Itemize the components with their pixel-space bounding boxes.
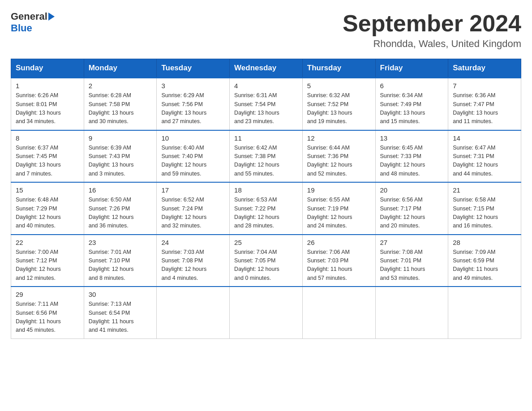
day-number: 29 xyxy=(16,291,79,298)
day-number: 24 xyxy=(161,239,225,246)
col-saturday: Saturday xyxy=(448,59,521,78)
table-row: 9 Sunrise: 6:39 AM Sunset: 7:43 PM Dayli… xyxy=(84,130,157,183)
day-number: 22 xyxy=(16,239,79,246)
logo-blue: Blue xyxy=(11,22,32,34)
logo-general: General xyxy=(11,11,47,22)
day-number: 19 xyxy=(307,186,371,194)
day-number: 18 xyxy=(234,186,298,194)
table-row xyxy=(230,287,303,338)
day-info: Sunrise: 7:06 AM Sunset: 7:03 PM Dayligh… xyxy=(307,248,371,283)
day-info: Sunrise: 6:37 AM Sunset: 7:45 PM Dayligh… xyxy=(16,144,79,179)
day-number: 28 xyxy=(453,239,516,246)
table-row: 23 Sunrise: 7:01 AM Sunset: 7:10 PM Dayl… xyxy=(84,235,157,287)
day-info: Sunrise: 6:29 AM Sunset: 7:56 PM Dayligh… xyxy=(161,91,225,126)
day-number: 27 xyxy=(380,239,444,246)
day-info: Sunrise: 6:42 AM Sunset: 7:38 PM Dayligh… xyxy=(234,144,298,179)
day-info: Sunrise: 7:08 AM Sunset: 7:01 PM Dayligh… xyxy=(380,248,444,283)
day-info: Sunrise: 6:26 AM Sunset: 8:01 PM Dayligh… xyxy=(16,91,79,126)
day-info: Sunrise: 6:47 AM Sunset: 7:31 PM Dayligh… xyxy=(453,144,516,179)
day-info: Sunrise: 6:48 AM Sunset: 7:29 PM Dayligh… xyxy=(16,196,79,231)
table-row: 24 Sunrise: 7:03 AM Sunset: 7:08 PM Dayl… xyxy=(157,235,230,287)
day-number: 3 xyxy=(161,82,225,90)
table-row xyxy=(448,287,521,338)
day-info: Sunrise: 6:58 AM Sunset: 7:15 PM Dayligh… xyxy=(453,196,516,231)
day-number: 12 xyxy=(307,134,371,142)
table-row xyxy=(375,287,448,338)
col-friday: Friday xyxy=(375,59,448,78)
calendar-week-row: 15 Sunrise: 6:48 AM Sunset: 7:29 PM Dayl… xyxy=(11,182,521,235)
day-number: 6 xyxy=(380,82,444,90)
day-info: Sunrise: 7:03 AM Sunset: 7:08 PM Dayligh… xyxy=(161,248,225,283)
day-number: 5 xyxy=(307,82,371,90)
day-info: Sunrise: 7:13 AM Sunset: 6:54 PM Dayligh… xyxy=(89,300,152,335)
day-number: 1 xyxy=(16,82,79,90)
table-row: 5 Sunrise: 6:32 AM Sunset: 7:52 PM Dayli… xyxy=(302,78,375,130)
calendar-week-row: 8 Sunrise: 6:37 AM Sunset: 7:45 PM Dayli… xyxy=(11,130,521,183)
day-number: 23 xyxy=(89,239,152,246)
table-row: 14 Sunrise: 6:47 AM Sunset: 7:31 PM Dayl… xyxy=(448,130,521,183)
day-number: 25 xyxy=(234,239,298,246)
day-info: Sunrise: 6:40 AM Sunset: 7:40 PM Dayligh… xyxy=(161,144,225,179)
calendar-week-row: 1 Sunrise: 6:26 AM Sunset: 8:01 PM Dayli… xyxy=(11,78,521,130)
table-row: 21 Sunrise: 6:58 AM Sunset: 7:15 PM Dayl… xyxy=(448,182,521,235)
table-row: 16 Sunrise: 6:50 AM Sunset: 7:26 PM Dayl… xyxy=(84,182,157,235)
logo: General Blue xyxy=(11,11,55,34)
table-row: 18 Sunrise: 6:53 AM Sunset: 7:22 PM Dayl… xyxy=(230,182,303,235)
table-row: 2 Sunrise: 6:28 AM Sunset: 7:58 PM Dayli… xyxy=(84,78,157,130)
day-number: 4 xyxy=(234,82,298,90)
day-info: Sunrise: 7:04 AM Sunset: 7:05 PM Dayligh… xyxy=(234,248,298,283)
day-number: 11 xyxy=(234,134,298,142)
day-number: 26 xyxy=(307,239,371,246)
col-monday: Monday xyxy=(84,59,157,78)
calendar-week-row: 29 Sunrise: 7:11 AM Sunset: 6:56 PM Dayl… xyxy=(11,287,521,338)
page-header: General Blue September 2024 Rhondda, Wal… xyxy=(11,11,521,50)
day-number: 30 xyxy=(89,291,152,298)
table-row: 26 Sunrise: 7:06 AM Sunset: 7:03 PM Dayl… xyxy=(302,235,375,287)
day-number: 17 xyxy=(161,186,225,194)
table-row: 13 Sunrise: 6:45 AM Sunset: 7:33 PM Dayl… xyxy=(375,130,448,183)
table-row: 29 Sunrise: 7:11 AM Sunset: 6:56 PM Dayl… xyxy=(11,287,84,338)
table-row: 4 Sunrise: 6:31 AM Sunset: 7:54 PM Dayli… xyxy=(230,78,303,130)
table-row: 11 Sunrise: 6:42 AM Sunset: 7:38 PM Dayl… xyxy=(230,130,303,183)
table-row: 1 Sunrise: 6:26 AM Sunset: 8:01 PM Dayli… xyxy=(11,78,84,130)
day-info: Sunrise: 6:34 AM Sunset: 7:49 PM Dayligh… xyxy=(380,91,444,126)
table-row xyxy=(157,287,230,338)
table-row: 30 Sunrise: 7:13 AM Sunset: 6:54 PM Dayl… xyxy=(84,287,157,338)
day-number: 16 xyxy=(89,186,152,194)
table-row: 17 Sunrise: 6:52 AM Sunset: 7:24 PM Dayl… xyxy=(157,182,230,235)
day-info: Sunrise: 7:09 AM Sunset: 6:59 PM Dayligh… xyxy=(453,248,516,283)
day-number: 20 xyxy=(380,186,444,194)
day-info: Sunrise: 7:01 AM Sunset: 7:10 PM Dayligh… xyxy=(89,248,152,283)
day-info: Sunrise: 6:39 AM Sunset: 7:43 PM Dayligh… xyxy=(89,144,152,179)
day-number: 15 xyxy=(16,186,79,194)
day-number: 10 xyxy=(161,134,225,142)
day-info: Sunrise: 7:11 AM Sunset: 6:56 PM Dayligh… xyxy=(16,300,79,335)
day-number: 2 xyxy=(89,82,152,90)
day-number: 21 xyxy=(453,186,516,194)
col-sunday: Sunday xyxy=(11,59,84,78)
col-tuesday: Tuesday xyxy=(157,59,230,78)
table-row: 25 Sunrise: 7:04 AM Sunset: 7:05 PM Dayl… xyxy=(230,235,303,287)
day-number: 13 xyxy=(380,134,444,142)
month-title: September 2024 xyxy=(343,11,521,36)
day-info: Sunrise: 6:53 AM Sunset: 7:22 PM Dayligh… xyxy=(234,196,298,231)
day-number: 9 xyxy=(89,134,152,142)
table-row: 20 Sunrise: 6:56 AM Sunset: 7:17 PM Dayl… xyxy=(375,182,448,235)
table-row: 10 Sunrise: 6:40 AM Sunset: 7:40 PM Dayl… xyxy=(157,130,230,183)
table-row: 7 Sunrise: 6:36 AM Sunset: 7:47 PM Dayli… xyxy=(448,78,521,130)
table-row: 6 Sunrise: 6:34 AM Sunset: 7:49 PM Dayli… xyxy=(375,78,448,130)
logo-arrow-icon xyxy=(48,13,55,21)
table-row: 3 Sunrise: 6:29 AM Sunset: 7:56 PM Dayli… xyxy=(157,78,230,130)
table-row: 15 Sunrise: 6:48 AM Sunset: 7:29 PM Dayl… xyxy=(11,182,84,235)
table-row: 12 Sunrise: 6:44 AM Sunset: 7:36 PM Dayl… xyxy=(302,130,375,183)
table-row: 22 Sunrise: 7:00 AM Sunset: 7:12 PM Dayl… xyxy=(11,235,84,287)
day-info: Sunrise: 6:55 AM Sunset: 7:19 PM Dayligh… xyxy=(307,196,371,231)
table-row: 19 Sunrise: 6:55 AM Sunset: 7:19 PM Dayl… xyxy=(302,182,375,235)
calendar-week-row: 22 Sunrise: 7:00 AM Sunset: 7:12 PM Dayl… xyxy=(11,235,521,287)
calendar-header-row: Sunday Monday Tuesday Wednesday Thursday… xyxy=(11,59,521,78)
day-info: Sunrise: 6:52 AM Sunset: 7:24 PM Dayligh… xyxy=(161,196,225,231)
day-number: 7 xyxy=(453,82,516,90)
calendar-table: Sunday Monday Tuesday Wednesday Thursday… xyxy=(11,59,521,339)
day-info: Sunrise: 6:50 AM Sunset: 7:26 PM Dayligh… xyxy=(89,196,152,231)
day-info: Sunrise: 6:45 AM Sunset: 7:33 PM Dayligh… xyxy=(380,144,444,179)
